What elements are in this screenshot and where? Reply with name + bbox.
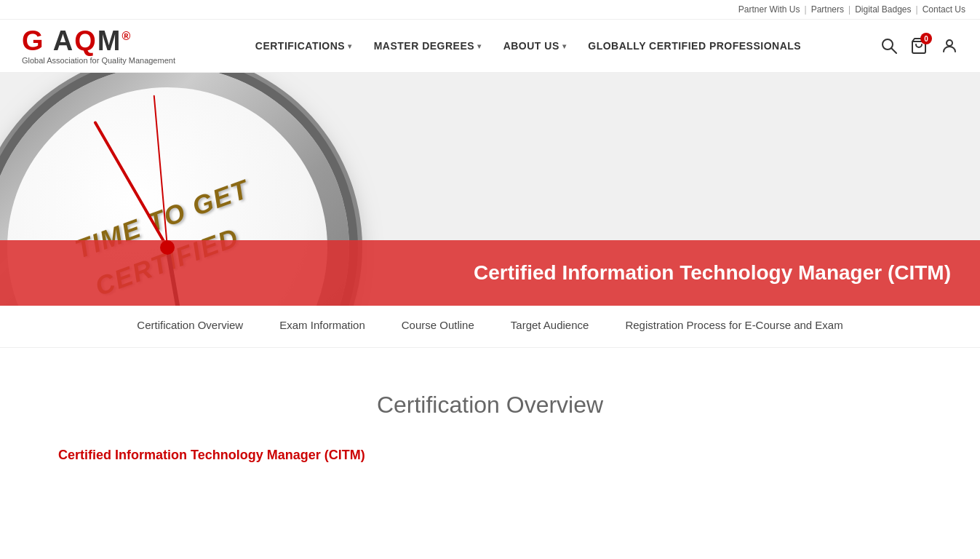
search-button[interactable]: [881, 38, 897, 54]
sep2: |: [848, 4, 850, 15]
subnav-exam-information[interactable]: Exam Information: [279, 319, 365, 334]
clock-center: [160, 240, 175, 255]
nav-about-us[interactable]: ABOUT US ▾: [503, 40, 567, 52]
header: G AQM® Global Association for Quality Ma…: [0, 20, 980, 73]
svg-line-1: [891, 48, 896, 53]
subnav-certification-overview[interactable]: Certification Overview: [137, 319, 243, 334]
svg-point-3: [947, 40, 952, 46]
hero-title-text: Certified Information Technology Manager…: [474, 261, 951, 285]
sep3: |: [916, 4, 918, 15]
main-nav: CERTIFICATIONS ▾ MASTER DEGREES ▾ ABOUT …: [255, 40, 801, 52]
subnav-course-outline[interactable]: Course Outline: [402, 319, 474, 334]
nav-globally-certified[interactable]: GLOBALLY CERTIFIED PROFESSIONALS: [588, 40, 801, 52]
subnav-registration-process[interactable]: Registration Process for E-Course and Ex…: [625, 319, 842, 334]
nav-master-degrees[interactable]: MASTER DEGREES ▾: [374, 40, 482, 52]
cart-count: 0: [920, 33, 932, 44]
hero-banner-section: TIME TO GET CERTIFIED Certified Informat…: [0, 73, 980, 306]
hero-title-banner: Certified Information Technology Manager…: [0, 240, 980, 306]
header-icons: 0: [881, 37, 958, 55]
logo[interactable]: G AQM® Global Association for Quality Ma…: [22, 27, 175, 65]
about-us-dropdown-arrow: ▾: [562, 42, 567, 50]
logo-text: G AQM®: [22, 27, 132, 55]
subnav-target-audience[interactable]: Target Audience: [511, 319, 589, 334]
partner-with-us-link[interactable]: Partner With Us: [738, 4, 800, 15]
section-title: Certification Overview: [58, 392, 922, 419]
sep1: |: [805, 4, 807, 15]
contact-us-link[interactable]: Contact Us: [923, 4, 965, 15]
main-content: Certification Overview Certified Informa…: [0, 348, 980, 499]
nav-certifications[interactable]: CERTIFICATIONS ▾: [255, 40, 352, 52]
partners-link[interactable]: Partners: [811, 4, 844, 15]
certifications-dropdown-arrow: ▾: [348, 42, 352, 50]
master-degrees-dropdown-arrow: ▾: [477, 42, 482, 50]
cert-title: Certified Information Technology Manager…: [58, 448, 922, 463]
cart-button[interactable]: 0: [910, 37, 928, 55]
top-bar: Partner With Us | Partners | Digital Bad…: [0, 0, 980, 20]
digital-badges-link[interactable]: Digital Badges: [855, 4, 911, 15]
logo-subtitle: Global Association for Quality Managemen…: [22, 56, 175, 65]
sub-navigation: Certification Overview Exam Information …: [0, 306, 980, 348]
user-account-button[interactable]: [941, 37, 958, 55]
